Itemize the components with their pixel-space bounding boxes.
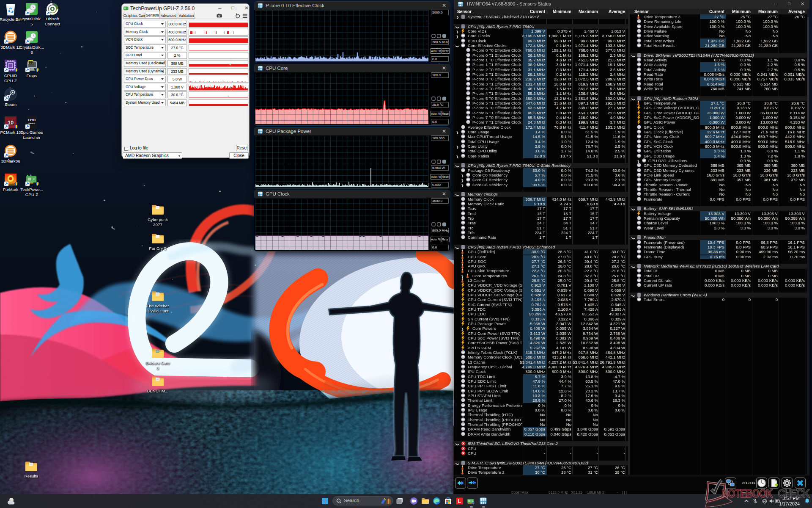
svg-text:GAMES: GAMES: [28, 122, 35, 124]
svg-text:L: L: [458, 498, 461, 504]
svg-text:99: 99: [29, 60, 33, 64]
svg-text:NOTEBOOK: NOTEBOOK: [721, 487, 773, 500]
svg-text:EPIC: EPIC: [28, 118, 36, 122]
svg-text:CHECK: CHECK: [778, 487, 810, 500]
